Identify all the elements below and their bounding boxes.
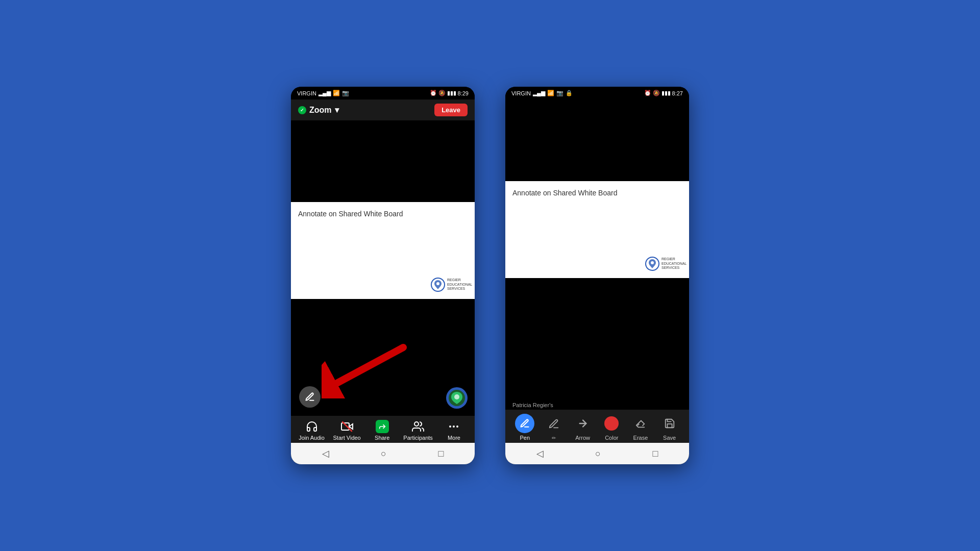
dropdown-arrow-1: ▾ <box>335 105 339 115</box>
color-dot <box>604 416 619 431</box>
zoom-label-1: Zoom <box>309 106 332 115</box>
status-left-2: VIRGIN ▂▄▆ 📶 📷 🔒 <box>511 90 573 96</box>
home-btn-1[interactable]: ○ <box>381 448 386 459</box>
join-audio-label: Join Audio <box>299 435 325 441</box>
mute-icon-1: 🔕 <box>438 90 446 96</box>
participants-label: Participants <box>403 435 432 441</box>
svg-point-11 <box>457 426 458 427</box>
logo-icon-2 <box>645 257 659 271</box>
home-btn-2[interactable]: ○ <box>595 448 601 459</box>
anno-pen[interactable]: Pen <box>512 414 537 441</box>
whiteboard-title-2: Annotate on Shared White Board <box>512 189 617 197</box>
anno-save[interactable]: Save <box>657 414 682 441</box>
status-left-1: VIRGIN ▂▄▆ 📶 📷 <box>297 90 349 96</box>
svg-point-10 <box>453 426 454 427</box>
toolbar-share[interactable]: Share <box>368 420 396 441</box>
toolbar-participants[interactable]: Participants <box>403 420 432 441</box>
anno-pen-light[interactable]: ✏ <box>541 414 567 441</box>
arrow-icon <box>573 414 593 433</box>
logo-text-1: REGIER EDUCATIONAL SERVICES <box>447 278 468 291</box>
whiteboard-2: Annotate on Shared White Board REGIER ED… <box>505 181 689 278</box>
status-bar-2: VIRGIN ▂▄▆ 📶 📷 🔒 ⏰ 🔕 ▮▮▮ 8:27 <box>505 87 689 99</box>
svg-point-8 <box>414 422 419 426</box>
carrier-1: VIRGIN <box>297 90 316 96</box>
pen-label: Pen <box>520 435 530 441</box>
svg-line-2 <box>337 347 403 383</box>
back-btn-1[interactable]: ◁ <box>322 448 329 459</box>
video-icon <box>340 420 354 433</box>
battery-icon-2: ▮▮▮ <box>662 90 671 96</box>
status-bar-1: VIRGIN ▂▄▆ 📶 📷 ⏰ 🔕 ▮▮▮ 8:29 <box>291 87 475 99</box>
headphone-icon <box>305 420 318 433</box>
pen-light-icon <box>544 414 564 434</box>
anno-arrow[interactable]: Arrow <box>570 414 596 441</box>
video-area-top-2 <box>505 99 689 181</box>
phones-container: VIRGIN ▂▄▆ 📶 📷 ⏰ 🔕 ▮▮▮ 8:29 ✓ Zoom ▾ Lea… <box>291 87 689 464</box>
lock-icon-2: 🔒 <box>566 90 573 96</box>
back-btn-2[interactable]: ◁ <box>536 448 544 459</box>
status-right-2: ⏰ 🔕 ▮▮▮ 8:27 <box>644 90 683 96</box>
red-arrow <box>322 337 424 400</box>
participant-bar: Patricia Regier's <box>505 400 689 410</box>
arrow-label: Arrow <box>575 435 590 441</box>
erase-icon <box>631 414 650 433</box>
logo-text-2: REGIER EDUCATIONAL SERVICES <box>662 257 682 270</box>
annotation-toolbar: Pen ✏ Ar <box>505 410 689 443</box>
share-icon <box>376 420 389 433</box>
camera-icon-1: 📷 <box>342 90 349 96</box>
toolbar-join-audio[interactable]: Join Audio <box>298 420 326 441</box>
pen-icon-circle <box>515 414 534 433</box>
square-btn-2[interactable]: □ <box>652 448 658 459</box>
erase-label: Erase <box>633 435 648 441</box>
anno-color[interactable]: Color <box>599 414 624 441</box>
save-icon <box>660 414 679 433</box>
svg-point-12 <box>651 261 654 264</box>
nav-bar-2: ◁ ○ □ <box>505 443 689 464</box>
camera-icon-2: 📷 <box>556 90 564 96</box>
logo-watermark-2: REGIER EDUCATIONAL SERVICES <box>645 257 682 271</box>
video-area-top-1 <box>291 120 475 202</box>
alarm-icon-1: ⏰ <box>430 90 437 96</box>
time-2: 8:27 <box>672 90 683 96</box>
anno-erase[interactable]: Erase <box>628 414 653 441</box>
avatar-1 <box>446 387 468 409</box>
svg-point-4 <box>454 394 459 399</box>
pencil-button[interactable] <box>299 386 321 408</box>
toolbar-more[interactable]: More <box>440 420 468 441</box>
video-area-bottom-2: Patricia Regier's <box>505 278 689 410</box>
signal-icon-2: ▂▄▆ <box>533 90 545 96</box>
nav-bar-1: ◁ ○ □ <box>291 443 475 464</box>
more-icon <box>447 420 460 433</box>
start-video-label: Start Video <box>333 435 361 441</box>
participants-icon <box>411 420 425 433</box>
phone-2: VIRGIN ▂▄▆ 📶 📷 🔒 ⏰ 🔕 ▮▮▮ 8:27 Annotate o… <box>505 87 689 464</box>
more-label: More <box>448 435 460 441</box>
mute-icon-2: 🔕 <box>653 90 660 96</box>
wifi-icon-1: 📶 <box>333 90 340 96</box>
save-label: Save <box>663 435 676 441</box>
status-right-1: ⏰ 🔕 ▮▮▮ 8:29 <box>430 90 469 96</box>
svg-point-0 <box>436 282 439 285</box>
time-1: 8:29 <box>458 90 469 96</box>
svg-point-9 <box>450 426 451 427</box>
square-btn-1[interactable]: □ <box>438 448 444 459</box>
bottom-toolbar-1: Join Audio Start Video <box>291 416 475 443</box>
share-icon-bg <box>376 420 389 433</box>
pen-light-label: ✏ <box>552 435 556 441</box>
battery-icon-1: ▮▮▮ <box>447 90 456 96</box>
signal-icon-1: ▂▄▆ <box>318 90 331 96</box>
leave-button[interactable]: Leave <box>434 104 468 116</box>
zoom-title-1: ✓ Zoom ▾ <box>298 105 339 115</box>
wifi-icon-2: 📶 <box>547 90 554 96</box>
video-area-bottom-1 <box>291 299 475 416</box>
zoom-check-icon: ✓ <box>298 106 306 114</box>
share-label: Share <box>375 435 389 441</box>
alarm-icon-2: ⏰ <box>644 90 651 96</box>
whiteboard-title-1: Annotate on Shared White Board <box>298 210 403 218</box>
carrier-2: VIRGIN <box>511 90 531 96</box>
color-label: Color <box>605 435 618 441</box>
whiteboard-1: Annotate on Shared White Board REGIER ED… <box>291 202 475 299</box>
toolbar-start-video[interactable]: Start Video <box>333 420 361 441</box>
logo-watermark-1: REGIER EDUCATIONAL SERVICES <box>431 278 468 292</box>
zoom-header-1: ✓ Zoom ▾ Leave <box>291 99 475 120</box>
